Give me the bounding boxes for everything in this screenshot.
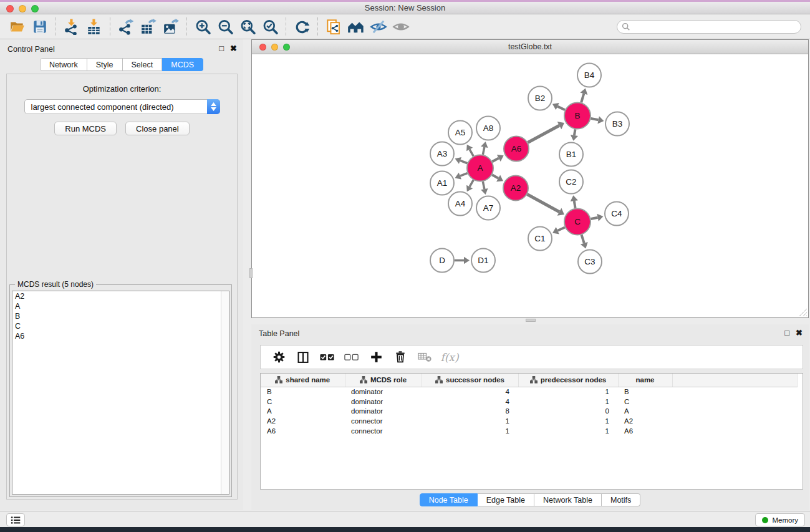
- network-overview-icon[interactable]: [345, 17, 367, 37]
- tab-mcds[interactable]: MCDS: [162, 58, 203, 71]
- tab-network-table[interactable]: Network Table: [534, 493, 602, 506]
- graph-edge-A-A5[interactable]: [470, 150, 473, 157]
- graph-edge-C-C3[interactable]: [582, 235, 584, 243]
- column-header[interactable]: successor nodes: [422, 374, 518, 387]
- optimization-criterion-dropdown[interactable]: largest connected component (directed): [24, 99, 220, 114]
- table-row[interactable]: A2connector11A2: [261, 416, 797, 426]
- new-network-from-selection-icon[interactable]: [322, 17, 345, 37]
- table-cell[interactable]: 1: [518, 426, 618, 436]
- delete-table-icon[interactable]: [415, 348, 434, 367]
- table-cell[interactable]: B: [261, 387, 345, 397]
- graph-edge-B-B3[interactable]: [591, 118, 599, 120]
- show-graphics-details-icon[interactable]: [390, 17, 412, 37]
- graph-edge-B-B2[interactable]: [557, 107, 565, 110]
- table-cell[interactable]: dominator: [345, 407, 422, 417]
- export-image-icon[interactable]: [160, 17, 182, 37]
- memory-button[interactable]: Memory: [755, 513, 805, 526]
- graph-edge-A-A6[interactable]: [492, 158, 498, 162]
- table-cell[interactable]: dominator: [345, 387, 422, 397]
- tab-select[interactable]: Select: [123, 58, 163, 71]
- refresh-icon[interactable]: [291, 17, 313, 37]
- network-graph[interactable]: AA1A2A3A4A5A6A7A8BB1B2B3B4CC1C2C3C4DD1: [252, 54, 808, 317]
- column-header[interactable]: shared name: [261, 374, 345, 387]
- table-cell[interactable]: 1: [422, 426, 518, 436]
- task-history-button[interactable]: [6, 513, 25, 526]
- graph-edge-A-A7[interactable]: [483, 181, 484, 189]
- close-panel-button[interactable]: Close panel: [125, 122, 190, 135]
- table-cell[interactable]: C: [618, 397, 672, 407]
- table-cell[interactable]: 1: [518, 416, 618, 426]
- graph-edge-B-B4[interactable]: [581, 94, 584, 102]
- table-row[interactable]: Bdominator41B: [261, 387, 797, 397]
- table-cell[interactable]: 1: [422, 416, 518, 426]
- close-panel-icon[interactable]: ✖: [230, 44, 237, 53]
- zoom-in-icon[interactable]: [191, 17, 214, 37]
- table-cell[interactable]: dominator: [345, 397, 422, 407]
- tab-style[interactable]: Style: [87, 58, 123, 71]
- graph-edge-A2-C[interactable]: [527, 195, 559, 212]
- float-panel-icon[interactable]: □: [784, 328, 789, 337]
- graph-edge-A-A1[interactable]: [460, 173, 468, 177]
- graph-edge-A-A4[interactable]: [470, 180, 473, 187]
- table-cell[interactable]: 1: [518, 387, 618, 397]
- table-cell[interactable]: A: [618, 407, 672, 417]
- hide-graphics-details-icon[interactable]: [367, 17, 390, 37]
- save-session-icon[interactable]: [29, 17, 51, 37]
- tab-motifs[interactable]: Motifs: [602, 493, 640, 506]
- unselect-all-checkboxes-icon[interactable]: [342, 348, 361, 367]
- table-row[interactable]: Adominator80A: [261, 407, 797, 417]
- show-columns-icon[interactable]: [294, 348, 312, 367]
- graph-edge-A-A8[interactable]: [483, 147, 484, 155]
- table-cell[interactable]: 1: [518, 397, 618, 407]
- search-input[interactable]: [634, 22, 796, 31]
- export-network-icon[interactable]: [115, 17, 137, 37]
- column-header[interactable]: predecessor nodes: [518, 374, 618, 387]
- graph-edge-A-A2[interactable]: [492, 175, 498, 178]
- graph-edge-C-C4[interactable]: [591, 218, 598, 219]
- column-header[interactable]: MCDS role: [345, 374, 422, 387]
- import-table-icon[interactable]: [83, 17, 105, 37]
- tab-edge-table[interactable]: Edge Table: [478, 493, 534, 506]
- table-cell[interactable]: 8: [422, 407, 518, 417]
- table-row[interactable]: Cdominator41C: [261, 397, 797, 407]
- table-cell[interactable]: connector: [345, 416, 422, 426]
- graph-edge-B-B1[interactable]: [574, 129, 576, 135]
- run-mcds-button[interactable]: Run MCDS: [54, 122, 117, 135]
- select-all-checkboxes-icon[interactable]: [318, 348, 337, 367]
- tab-network[interactable]: Network: [40, 58, 87, 71]
- function-builder-icon[interactable]: f(x): [440, 348, 458, 367]
- table-row[interactable]: A6connector11A6: [261, 426, 797, 436]
- table-cell[interactable]: A6: [261, 426, 345, 436]
- splitter-handle[interactable]: [249, 268, 253, 278]
- result-list-scrollbar[interactable]: [221, 291, 229, 494]
- export-table-icon[interactable]: [137, 17, 160, 37]
- tab-node-table[interactable]: Node Table: [420, 493, 478, 506]
- table-cell[interactable]: A2: [261, 416, 345, 426]
- zoom-fit-icon[interactable]: [236, 17, 259, 37]
- search-box[interactable]: [617, 20, 801, 34]
- add-column-icon[interactable]: [367, 348, 385, 367]
- graph-edge-C-C1[interactable]: [557, 228, 565, 231]
- mcds-result-item[interactable]: A6: [12, 331, 229, 341]
- network-canvas[interactable]: AA1A2A3A4A5A6A7A8BB1B2B3B4CC1C2C3C4DD1: [252, 54, 808, 317]
- zoom-out-icon[interactable]: [214, 17, 236, 37]
- table-cell[interactable]: connector: [345, 426, 422, 436]
- graph-edge-A6-B[interactable]: [528, 125, 559, 142]
- table-cell[interactable]: A6: [618, 426, 672, 436]
- table-settings-icon[interactable]: [269, 348, 288, 367]
- mcds-result-item[interactable]: B: [12, 311, 229, 321]
- table-cell[interactable]: A2: [618, 416, 672, 426]
- import-network-icon[interactable]: [60, 17, 83, 37]
- mcds-result-item[interactable]: A: [12, 301, 229, 311]
- mcds-result-item[interactable]: A2: [12, 291, 229, 301]
- table-cell[interactable]: 4: [422, 397, 518, 407]
- delete-columns-icon[interactable]: [391, 348, 410, 367]
- table-cell[interactable]: A: [261, 407, 345, 417]
- open-session-icon[interactable]: [6, 17, 29, 37]
- table-cell[interactable]: B: [618, 387, 672, 397]
- graph-edge-C-C2[interactable]: [574, 201, 576, 208]
- close-panel-icon[interactable]: ✖: [796, 328, 803, 337]
- table-cell[interactable]: C: [261, 397, 345, 407]
- table-cell[interactable]: 0: [518, 407, 618, 417]
- mcds-result-item[interactable]: C: [12, 321, 229, 331]
